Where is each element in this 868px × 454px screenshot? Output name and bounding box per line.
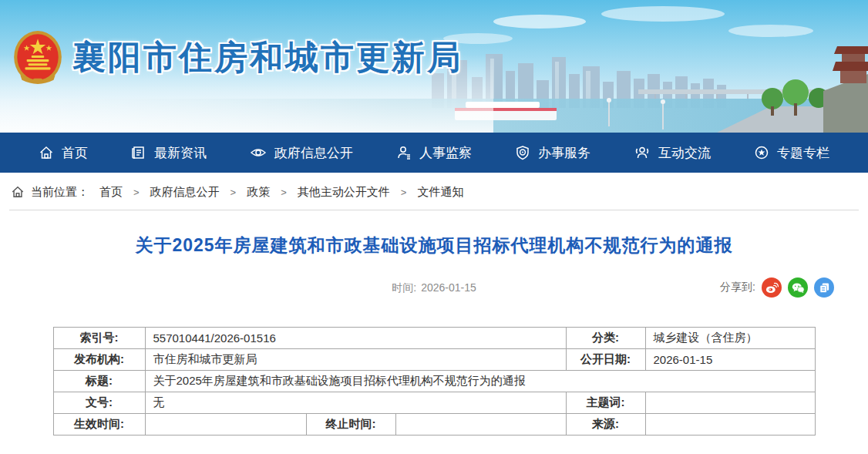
breadcrumb-item-doc-notice[interactable]: 文件通知 xyxy=(417,185,463,200)
breadcrumb: 当前位置： 首页 > 政府信息公开 > 政策 > 其他主动公开文件 > 文件通知 xyxy=(0,173,868,202)
doc-number-value: 无 xyxy=(145,392,566,414)
effective-date-value xyxy=(145,414,306,436)
table-row: 生效时间: 终止时间: 来源: xyxy=(53,414,815,436)
article-title: 关于2025年房屋建筑和市政基础设施项目招标代理机构不规范行为的通报 xyxy=(0,234,868,257)
nav-label: 首页 xyxy=(62,144,88,162)
effective-date-label: 生效时间: xyxy=(53,414,145,436)
index-number-label: 索引号: xyxy=(53,328,145,349)
expiry-date-label: 终止时间: xyxy=(306,414,395,436)
eye-icon xyxy=(250,145,267,160)
share-label: 分享到: xyxy=(720,281,755,294)
share-weibo-button[interactable] xyxy=(762,277,782,298)
keywords-value xyxy=(645,392,815,414)
nav-label: 互动交流 xyxy=(658,144,711,162)
chat-people-icon xyxy=(634,145,651,160)
home-icon xyxy=(39,145,54,160)
nav-item-home[interactable]: 首页 xyxy=(39,144,88,162)
star-circle-icon xyxy=(754,145,769,160)
breadcrumb-item-other-public-docs[interactable]: 其他主动公开文件 xyxy=(298,185,390,200)
publish-date-value: 2026-01-15 xyxy=(645,349,815,371)
nav-item-gov-info[interactable]: 政府信息公开 xyxy=(250,144,353,162)
person-icon xyxy=(396,145,412,160)
table-row: 标题: 关于2025年房屋建筑和市政基础设施项目招标代理机构不规范行为的通报 xyxy=(53,371,815,392)
doc-title-label: 标题: xyxy=(53,371,145,392)
nav-label: 办事服务 xyxy=(538,144,590,162)
national-emblem-icon xyxy=(12,29,63,86)
breadcrumb-separator: > xyxy=(281,187,287,198)
breadcrumb-item-home[interactable]: 首页 xyxy=(99,185,123,200)
keywords-label: 主题词: xyxy=(566,392,645,414)
category-value: 城乡建设（含住房） xyxy=(645,328,815,349)
table-row: 文号: 无 主题词: xyxy=(53,392,815,414)
nav-item-services[interactable]: 办事服务 xyxy=(515,144,590,162)
document-info-table: 索引号: 557010441/2026-01516 分类: 城乡建设（含住房） … xyxy=(53,327,816,436)
news-icon xyxy=(131,145,146,160)
site-banner: 襄阳市住房和城市更新局 xyxy=(0,0,868,133)
source-value xyxy=(645,414,815,436)
publish-date-label: 公开日期: xyxy=(566,349,645,371)
time-label: 时间: xyxy=(392,281,416,294)
issuing-agency-value: 市住房和城市更新局 xyxy=(145,349,566,371)
breadcrumb-separator: > xyxy=(133,187,140,198)
share-wechat-button[interactable] xyxy=(788,277,808,298)
nav-item-news[interactable]: 最新资讯 xyxy=(131,144,207,162)
nav-item-personnel[interactable]: 人事监察 xyxy=(396,144,472,162)
main-nav: 首页 最新资讯 政府信息公开 人事监察 办事服务 xyxy=(0,133,868,173)
breadcrumb-separator: > xyxy=(230,187,237,198)
doc-title-value: 关于2025年房屋建筑和市政基础设施项目招标代理机构不规范行为的通报 xyxy=(145,371,815,392)
nav-item-interaction[interactable]: 互动交流 xyxy=(634,144,711,162)
nav-label: 人事监察 xyxy=(419,144,472,162)
table-row: 索引号: 557010441/2026-01516 分类: 城乡建设（含住房） xyxy=(53,328,815,349)
weibo-icon xyxy=(765,282,779,294)
time-value: 2026-01-15 xyxy=(421,281,476,294)
nav-item-special-topics[interactable]: 专题专栏 xyxy=(754,144,829,162)
issuing-agency-label: 发布机构: xyxy=(53,349,145,371)
source-label: 来源: xyxy=(566,414,645,436)
category-label: 分类: xyxy=(566,328,645,349)
table-row: 发布机构: 市住房和城市更新局 公开日期: 2026-01-15 xyxy=(53,349,815,371)
share-bar: 分享到: xyxy=(720,277,834,298)
nav-label: 专题专栏 xyxy=(777,144,829,162)
article-meta-row: 时间:2026-01-15 分享到: xyxy=(0,277,868,299)
expiry-date-value xyxy=(395,414,566,436)
breadcrumb-separator: > xyxy=(401,187,407,198)
breadcrumb-item-policy[interactable]: 政策 xyxy=(247,185,270,200)
nav-label: 政府信息公开 xyxy=(274,144,353,162)
breadcrumb-divider xyxy=(9,210,859,210)
copy-link-icon xyxy=(819,282,830,294)
index-number-value: 557010441/2026-01516 xyxy=(145,328,566,349)
site-title: 襄阳市住房和城市更新局 xyxy=(72,35,463,80)
breadcrumb-label: 当前位置： xyxy=(31,185,89,200)
nav-label: 最新资讯 xyxy=(154,144,207,162)
doc-number-label: 文号: xyxy=(53,392,145,414)
breadcrumb-home-icon xyxy=(11,185,25,199)
share-copy-link-button[interactable] xyxy=(814,277,834,298)
shield-icon xyxy=(515,145,530,160)
breadcrumb-item-gov-info[interactable]: 政府信息公开 xyxy=(150,185,220,200)
wechat-icon xyxy=(792,282,805,294)
